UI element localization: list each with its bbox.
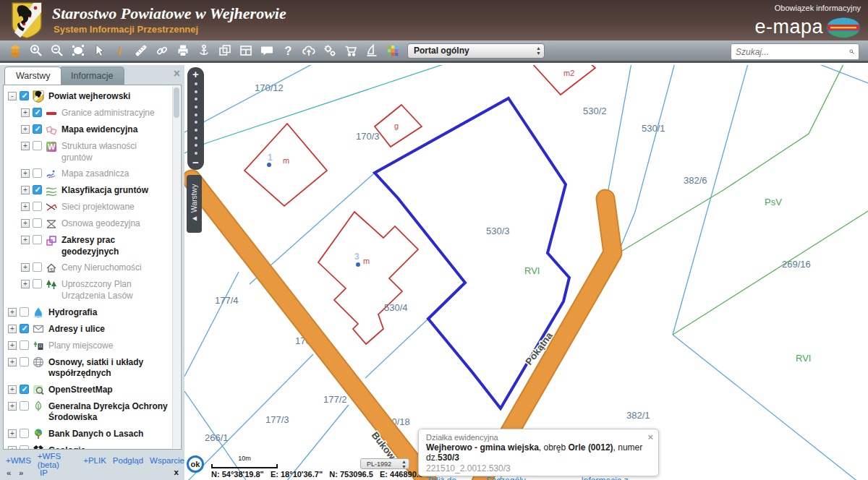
- measure-icon[interactable]: [130, 42, 151, 59]
- layer-row-granice[interactable]: + Granice administracyjne: [5, 105, 169, 121]
- zoom-slider[interactable]: [195, 80, 197, 158]
- plik-link[interactable]: +PLIK: [83, 456, 106, 465]
- pointer-icon[interactable]: [88, 42, 109, 59]
- map-canvas[interactable]: 170 170/18 4/5: [184, 65, 868, 480]
- print-icon[interactable]: [172, 42, 193, 59]
- settings-gears-icon[interactable]: [319, 42, 340, 59]
- expand-icon[interactable]: +: [21, 125, 30, 134]
- layer-checkbox[interactable]: [33, 185, 42, 194]
- link-icon[interactable]: [151, 42, 172, 59]
- zoom-level-dot[interactable]: [195, 137, 197, 140]
- layer-row-hydrografia[interactable]: + Hydrografia: [5, 304, 169, 321]
- layer-row-mapa-zasadnicza[interactable]: + Mapa zasadnicza: [5, 166, 169, 182]
- layer-row-plany-miejscowe[interactable]: + Plany miejscowe: [5, 338, 169, 354]
- collapse-icon[interactable]: -: [8, 92, 17, 100]
- layer-checkbox[interactable]: [20, 385, 29, 394]
- apps-grid-icon[interactable]: [382, 42, 403, 59]
- details-link[interactable]: Szczegóły (I): [486, 476, 528, 480]
- zoom-level-dot[interactable]: [195, 106, 197, 108]
- registry-info-link[interactable]: Informacja z ewidencji: [582, 476, 652, 480]
- help-icon[interactable]: ?: [277, 42, 298, 59]
- zoom-level-dot[interactable]: [195, 129, 197, 132]
- layer-row-bank-danych-o-lasach[interactable]: + Bank Danych o Lasach: [5, 426, 169, 442]
- select-area-icon[interactable]: [67, 42, 88, 59]
- prev-button[interactable]: «: [7, 468, 11, 477]
- search-box[interactable]: [731, 43, 859, 60]
- zoom-level-dot[interactable]: [195, 152, 197, 155]
- layer-row-osnowa-geodezyjna[interactable]: + Osnowa geodezyjna: [5, 215, 169, 232]
- zoom-level-dot[interactable]: [195, 82, 197, 85]
- layer-row-mapa-ewidencyjna[interactable]: + Mapa ewidencyjna: [5, 121, 169, 138]
- ok-button[interactable]: ok: [187, 455, 204, 473]
- bottom-close-button[interactable]: x: [174, 468, 179, 476]
- layer-checkbox[interactable]: [33, 108, 42, 117]
- copy-frame-icon[interactable]: [214, 42, 235, 59]
- zoom-in-button[interactable]: +: [192, 69, 199, 80]
- layer-row-openstreetmap[interactable]: + OpenStreetMap: [5, 382, 169, 398]
- zoom-out-button[interactable]: −: [192, 158, 199, 168]
- search-input[interactable]: [736, 47, 849, 57]
- layer-checkbox[interactable]: [20, 429, 29, 438]
- layer-checkbox[interactable]: [20, 91, 29, 100]
- expand-icon[interactable]: +: [8, 341, 17, 350]
- message-bubble-icon[interactable]: [256, 42, 277, 59]
- expand-icon[interactable]: +: [8, 325, 17, 333]
- layer-row-osnowy-siatki[interactable]: + Osnowy, siatki i układy współrzędnych: [5, 354, 169, 382]
- zoom-out-icon[interactable]: [46, 42, 67, 59]
- expand-icon[interactable]: +: [8, 446, 17, 450]
- layer-checkbox[interactable]: [33, 124, 42, 134]
- layer-row-ceny-nieruchomosci[interactable]: + $ Ceny Nieruchomości: [5, 260, 169, 276]
- info-icon[interactable]: i: [109, 42, 130, 59]
- popup-close-icon[interactable]: ×: [647, 432, 653, 442]
- layer-row-zakresy-prac[interactable]: + Zakresy prac geodezyjnych: [5, 232, 169, 260]
- collapse-sidebar-tab[interactable]: ▲ Warstwy: [187, 175, 202, 233]
- layer-checkbox[interactable]: [33, 218, 42, 228]
- layer-checkbox[interactable]: [20, 324, 29, 333]
- layer-checkbox[interactable]: [20, 340, 29, 350]
- expand-icon[interactable]: +: [21, 202, 30, 211]
- layer-row-adresy-ulice[interactable]: + Adresy i ulice: [5, 321, 169, 338]
- layer-row-powiat-wejherowski[interactable]: - Powiat wejherowski: [5, 88, 169, 105]
- wfs-link[interactable]: +WFS (beta): [38, 452, 77, 469]
- expand-icon[interactable]: +: [21, 236, 30, 244]
- expand-icon[interactable]: +: [21, 263, 30, 272]
- layer-checkbox[interactable]: [33, 279, 42, 288]
- expand-icon[interactable]: +: [21, 169, 30, 178]
- cloud-upload-icon[interactable]: [298, 42, 319, 59]
- podglad-link[interactable]: Podgląd: [113, 456, 143, 465]
- tab-warstwy[interactable]: Warstwy: [4, 67, 61, 85]
- layer-checkbox[interactable]: [33, 262, 42, 272]
- expand-icon[interactable]: +: [21, 108, 30, 117]
- layer-checkbox[interactable]: [33, 202, 42, 211]
- layer-checkbox[interactable]: [20, 357, 29, 367]
- expand-icon[interactable]: +: [8, 429, 17, 438]
- layer-row-sieci-projektowane[interactable]: + Sieci projektowane: [5, 199, 169, 215]
- zoom-level-dot[interactable]: [195, 90, 197, 93]
- tree-scrollbar-thumb[interactable]: [174, 87, 179, 118]
- ip-link[interactable]: IP: [40, 468, 48, 477]
- tree-scrollbar[interactable]: [172, 86, 180, 448]
- crs-select[interactable]: PL-1992 ▲▼: [360, 458, 409, 469]
- layer-checkbox[interactable]: [20, 307, 29, 317]
- layer-row-plan-lasow[interactable]: + Uproszczony Plan Urządzenia Lasów: [5, 276, 169, 304]
- tab-informacje[interactable]: Informacje: [59, 67, 124, 85]
- layer-row-klasyfikacja[interactable]: + Klasyfikacja gruntów: [5, 182, 169, 199]
- zoom-level-dot[interactable]: [195, 98, 197, 100]
- layer-checkbox[interactable]: [33, 168, 42, 178]
- zoom-level-dot[interactable]: [195, 121, 197, 124]
- sail-warning-icon[interactable]: [361, 42, 382, 59]
- search-icon[interactable]: [849, 46, 854, 57]
- sidebar-close-icon[interactable]: ×: [174, 68, 180, 80]
- layers-icon[interactable]: [4, 42, 25, 59]
- cart-icon[interactable]: [340, 42, 361, 59]
- expand-icon[interactable]: +: [8, 358, 17, 367]
- expand-icon[interactable]: +: [21, 280, 30, 288]
- expand-icon[interactable]: +: [8, 402, 17, 411]
- layer-checkbox[interactable]: [33, 141, 42, 150]
- wms-link[interactable]: +WMS: [6, 456, 31, 465]
- expand-icon[interactable]: +: [21, 219, 30, 228]
- layer-row-struktura-wlasnosci[interactable]: + W Struktura własności gruntów: [5, 138, 169, 166]
- zoom-to-object-link[interactable]: Zbliż do obiektu: [426, 476, 477, 480]
- privacy-obligation-link[interactable]: Obowiązek informacyjny: [775, 4, 861, 12]
- expand-icon[interactable]: +: [21, 186, 30, 194]
